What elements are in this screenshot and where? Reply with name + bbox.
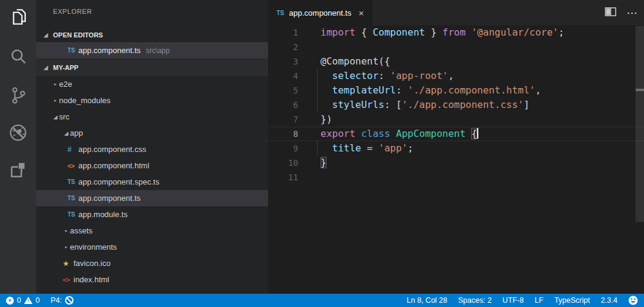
code-line-2[interactable]: 2: [268, 40, 644, 54]
line-text: selector: 'app-root',: [320, 69, 454, 83]
code-token: :: [378, 70, 390, 81]
error-icon: ×: [6, 297, 14, 305]
tree-item-src[interactable]: ◢src: [36, 109, 268, 125]
code-token: @Component({: [320, 55, 390, 67]
tree-item-environments[interactable]: ▸environments: [36, 239, 268, 255]
debug-icon[interactable]: [0, 119, 36, 146]
line-number: 1: [268, 25, 298, 40]
code-token: : [: [384, 99, 402, 110]
line-number: 7: [268, 112, 298, 127]
tree-item-label: app.component.html: [78, 161, 149, 170]
code-line-4[interactable]: 4 selector: 'app-root',: [268, 69, 644, 83]
tree-item-app.component.html[interactable]: <>app.component.html: [36, 157, 268, 174]
open-editors-label: OPEN EDITORS: [53, 31, 103, 39]
code-token: './app.component.html': [408, 84, 536, 96]
line-text: import { Component } from '@angular/core…: [320, 25, 564, 40]
chevron-expanded-icon: ◢: [52, 114, 59, 120]
editor-scrollbar[interactable]: [636, 26, 644, 222]
code-token: :: [396, 84, 407, 96]
ts-file-icon: TS: [67, 179, 78, 185]
tree-item-label: app.module.ts: [78, 210, 128, 219]
tab-app-component-ts[interactable]: TS app.component.ts ×: [268, 0, 372, 25]
tree-item-app.component.spec.ts[interactable]: TSapp.component.spec.ts: [36, 174, 268, 190]
status-language-mode[interactable]: TypeScript: [554, 296, 590, 305]
status-feedback[interactable]: [628, 296, 638, 305]
tree-item-app[interactable]: ◢app: [36, 125, 268, 141]
code-line-6[interactable]: 6 styleUrls: ['./app.component.css']: [268, 98, 644, 112]
tree-item-favicon.ico[interactable]: ★favicon.ico: [36, 255, 268, 271]
tree-item-e2e[interactable]: ▸e2e: [36, 76, 268, 92]
code-line-1[interactable]: 1import { Component } from '@angular/cor…: [268, 25, 644, 40]
code-line-10[interactable]: 10}: [268, 156, 644, 170]
tree-item-node_modules[interactable]: ▸node_modules: [36, 92, 268, 109]
sidebar-title: EXPLORER: [53, 8, 92, 15]
line-number: 6: [268, 98, 298, 112]
code-editor[interactable]: 1import { Component } from '@angular/cor…: [268, 25, 644, 294]
status-cursor-position[interactable]: Ln 8, Col 28: [407, 296, 447, 305]
ts-file-icon: TS: [67, 195, 78, 201]
split-editor-icon[interactable]: [605, 7, 616, 19]
status-bar: ×0!0P4: Ln 8, Col 28Spaces: 2UTF-8LFType…: [0, 294, 644, 307]
tree-item-label: app.component.css: [78, 145, 146, 154]
file-tree: ▸e2e▸node_modules◢src◢app#app.component.…: [36, 76, 268, 288]
code-line-3[interactable]: 3@Component({: [268, 54, 644, 69]
line-text: }: [320, 156, 327, 170]
code-token: {: [471, 128, 477, 139]
tree-item-label: src: [59, 112, 69, 121]
line-text: export class AppComponent {: [320, 127, 478, 141]
code-token: [320, 84, 332, 96]
code-line-9[interactable]: 9 title = 'app';: [268, 141, 644, 156]
tree-item-assets[interactable]: ▸assets: [36, 223, 268, 239]
status-indentation[interactable]: Spaces: 2: [458, 296, 492, 305]
status-perforce[interactable]: P4:: [51, 296, 73, 305]
line-number: 2: [268, 40, 298, 54]
project-section-header[interactable]: ◢ MY-APP: [36, 59, 268, 76]
code-token: 'app-root': [390, 70, 448, 81]
source-control-icon[interactable]: [0, 82, 36, 109]
status-ts-version[interactable]: 2.3.4: [601, 296, 617, 305]
close-icon[interactable]: ×: [358, 8, 364, 17]
activity-bar: [0, 0, 36, 294]
tree-item-index.html[interactable]: <>index.html: [36, 271, 268, 288]
extensions-icon[interactable]: [0, 157, 36, 183]
status-problems[interactable]: ×0!0: [6, 296, 40, 305]
line-text: }): [320, 112, 332, 127]
code-line-5[interactable]: 5 templateUrl: './app.component.html',: [268, 83, 644, 98]
chevron-expanded-icon: ◢: [42, 32, 49, 38]
code-token: [425, 27, 431, 38]
code-token: [320, 99, 332, 110]
tree-item-app.component.ts[interactable]: TSapp.component.ts: [36, 190, 268, 206]
chevron-expanded-icon: ◢: [42, 65, 49, 71]
typescript-file-icon: TS: [67, 47, 78, 54]
blocked-icon: [65, 296, 73, 305]
search-icon[interactable]: [0, 43, 36, 70]
code-line-8[interactable]: 8export class AppComponent {: [268, 127, 644, 141]
open-editor-path: src\app: [146, 46, 169, 55]
code-token: title: [332, 142, 361, 154]
editor-tab-bar: TS app.component.ts × ···: [268, 0, 644, 25]
status-encoding[interactable]: UTF-8: [502, 296, 524, 305]
tree-item-app.module.ts[interactable]: TSapp.module.ts: [36, 206, 268, 223]
code-token: [320, 142, 332, 154]
open-editor-item[interactable]: TS app.component.ts src\app: [36, 42, 268, 59]
code-line-11[interactable]: 11: [268, 170, 644, 185]
indent-guide: [317, 69, 317, 83]
typescript-file-icon: TS: [277, 10, 284, 16]
line-number: 8: [268, 127, 298, 141]
code-token: }: [431, 27, 442, 38]
explorer-icon[interactable]: [0, 4, 36, 30]
indent-guide: [317, 98, 317, 112]
chevron-collapsed-icon: ▸: [52, 98, 59, 103]
open-editors-header[interactable]: ◢ OPEN EDITORS: [36, 27, 268, 43]
code-token: from: [442, 27, 466, 38]
tree-item-app.component.css[interactable]: #app.component.css: [36, 141, 268, 157]
code-token: ,: [448, 70, 454, 81]
status-text: 2.3.4: [601, 296, 617, 305]
status-eol[interactable]: LF: [535, 296, 544, 305]
html-file-icon: <>: [67, 162, 78, 169]
more-actions-icon[interactable]: ···: [627, 8, 638, 18]
code-line-7[interactable]: 7}): [268, 112, 644, 127]
code-token: {: [361, 27, 372, 38]
line-number: 4: [268, 69, 298, 83]
tab-title: app.component.ts: [289, 8, 351, 17]
